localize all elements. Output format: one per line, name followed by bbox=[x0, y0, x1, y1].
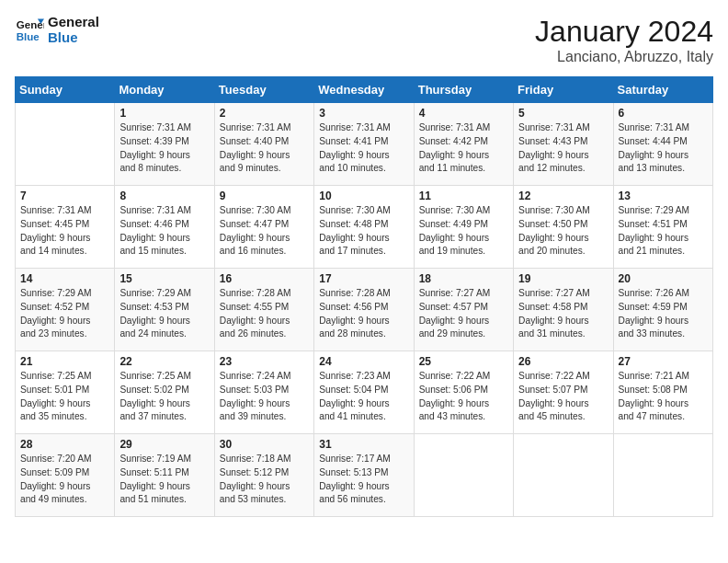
day-number: 8 bbox=[119, 190, 209, 202]
week-row-4: 21Sunrise: 7:25 AM Sunset: 5:01 PM Dayli… bbox=[16, 351, 713, 434]
day-cell bbox=[414, 434, 513, 517]
day-cell: 22Sunrise: 7:25 AM Sunset: 5:02 PM Dayli… bbox=[115, 351, 214, 434]
col-header-tuesday: Tuesday bbox=[214, 77, 313, 103]
day-info: Sunrise: 7:27 AM Sunset: 4:58 PM Dayligh… bbox=[518, 287, 608, 341]
day-number: 9 bbox=[220, 190, 309, 202]
week-row-1: 1Sunrise: 7:31 AM Sunset: 4:39 PM Daylig… bbox=[16, 103, 713, 186]
day-number: 26 bbox=[518, 355, 608, 368]
day-info: Sunrise: 7:31 AM Sunset: 4:45 PM Dayligh… bbox=[20, 204, 109, 259]
logo-text-line1: General bbox=[48, 15, 99, 30]
logo-text-line2: Blue bbox=[48, 30, 99, 46]
day-cell: 19Sunrise: 7:27 AM Sunset: 4:58 PM Dayli… bbox=[514, 269, 613, 351]
day-info: Sunrise: 7:22 AM Sunset: 5:06 PM Dayligh… bbox=[419, 370, 508, 424]
day-number: 28 bbox=[20, 438, 109, 451]
day-number: 16 bbox=[220, 272, 309, 285]
day-info: Sunrise: 7:27 AM Sunset: 4:57 PM Dayligh… bbox=[419, 287, 508, 341]
day-info: Sunrise: 7:29 AM Sunset: 4:51 PM Dayligh… bbox=[619, 204, 708, 259]
calendar-table: SundayMondayTuesdayWednesdayThursdayFrid… bbox=[15, 76, 713, 517]
day-number: 3 bbox=[319, 107, 408, 120]
day-cell bbox=[514, 434, 613, 517]
day-info: Sunrise: 7:28 AM Sunset: 4:56 PM Dayligh… bbox=[319, 287, 408, 341]
day-number: 18 bbox=[419, 272, 508, 285]
day-cell: 26Sunrise: 7:22 AM Sunset: 5:07 PM Dayli… bbox=[514, 351, 613, 434]
day-cell: 13Sunrise: 7:29 AM Sunset: 4:51 PM Dayli… bbox=[613, 186, 712, 269]
day-info: Sunrise: 7:31 AM Sunset: 4:44 PM Dayligh… bbox=[619, 121, 708, 176]
day-number: 13 bbox=[619, 190, 708, 202]
day-cell: 16Sunrise: 7:28 AM Sunset: 4:55 PM Dayli… bbox=[214, 269, 313, 351]
week-row-3: 14Sunrise: 7:29 AM Sunset: 4:52 PM Dayli… bbox=[16, 269, 713, 351]
day-cell: 15Sunrise: 7:29 AM Sunset: 4:53 PM Dayli… bbox=[115, 269, 214, 351]
week-row-5: 28Sunrise: 7:20 AM Sunset: 5:09 PM Dayli… bbox=[16, 434, 713, 517]
day-info: Sunrise: 7:25 AM Sunset: 5:02 PM Dayligh… bbox=[119, 370, 209, 424]
day-number: 10 bbox=[319, 190, 408, 202]
day-number: 6 bbox=[619, 107, 708, 120]
logo-icon: General Blue bbox=[15, 16, 44, 45]
week-row-2: 7Sunrise: 7:31 AM Sunset: 4:45 PM Daylig… bbox=[16, 186, 713, 269]
day-info: Sunrise: 7:31 AM Sunset: 4:41 PM Dayligh… bbox=[319, 121, 408, 176]
day-info: Sunrise: 7:30 AM Sunset: 4:50 PM Dayligh… bbox=[518, 204, 608, 259]
day-number: 12 bbox=[518, 190, 608, 202]
calendar-header: SundayMondayTuesdayWednesdayThursdayFrid… bbox=[16, 77, 713, 103]
day-info: Sunrise: 7:20 AM Sunset: 5:09 PM Dayligh… bbox=[20, 453, 109, 507]
col-header-wednesday: Wednesday bbox=[314, 77, 414, 103]
day-cell: 4Sunrise: 7:31 AM Sunset: 4:42 PM Daylig… bbox=[414, 103, 513, 186]
day-cell: 3Sunrise: 7:31 AM Sunset: 4:41 PM Daylig… bbox=[314, 103, 414, 186]
day-info: Sunrise: 7:31 AM Sunset: 4:40 PM Dayligh… bbox=[220, 121, 309, 176]
day-info: Sunrise: 7:30 AM Sunset: 4:48 PM Dayligh… bbox=[319, 204, 408, 259]
logo: General Blue General Blue bbox=[15, 15, 99, 45]
day-number: 19 bbox=[518, 272, 608, 285]
day-number: 5 bbox=[518, 107, 608, 120]
day-info: Sunrise: 7:30 AM Sunset: 4:49 PM Dayligh… bbox=[419, 204, 508, 259]
day-info: Sunrise: 7:29 AM Sunset: 4:52 PM Dayligh… bbox=[20, 287, 109, 341]
day-cell: 11Sunrise: 7:30 AM Sunset: 4:49 PM Dayli… bbox=[414, 186, 513, 269]
day-cell: 30Sunrise: 7:18 AM Sunset: 5:12 PM Dayli… bbox=[214, 434, 313, 517]
day-cell: 2Sunrise: 7:31 AM Sunset: 4:40 PM Daylig… bbox=[214, 103, 313, 186]
day-info: Sunrise: 7:28 AM Sunset: 4:55 PM Dayligh… bbox=[220, 287, 309, 341]
day-number: 4 bbox=[419, 107, 508, 120]
col-header-thursday: Thursday bbox=[414, 77, 513, 103]
day-number: 20 bbox=[619, 272, 708, 285]
day-cell: 24Sunrise: 7:23 AM Sunset: 5:04 PM Dayli… bbox=[314, 351, 414, 434]
day-cell: 12Sunrise: 7:30 AM Sunset: 4:50 PM Dayli… bbox=[514, 186, 613, 269]
day-info: Sunrise: 7:30 AM Sunset: 4:47 PM Dayligh… bbox=[220, 204, 309, 259]
day-number: 29 bbox=[119, 438, 209, 451]
day-number: 1 bbox=[119, 107, 209, 120]
col-header-monday: Monday bbox=[115, 77, 214, 103]
day-number: 25 bbox=[419, 355, 508, 368]
day-number: 7 bbox=[20, 190, 109, 202]
day-info: Sunrise: 7:17 AM Sunset: 5:13 PM Dayligh… bbox=[319, 453, 408, 507]
day-cell bbox=[16, 103, 115, 186]
day-cell: 25Sunrise: 7:22 AM Sunset: 5:06 PM Dayli… bbox=[414, 351, 513, 434]
day-cell: 17Sunrise: 7:28 AM Sunset: 4:56 PM Dayli… bbox=[314, 269, 414, 351]
day-cell: 28Sunrise: 7:20 AM Sunset: 5:09 PM Dayli… bbox=[16, 434, 115, 517]
day-cell: 7Sunrise: 7:31 AM Sunset: 4:45 PM Daylig… bbox=[16, 186, 115, 269]
day-cell: 20Sunrise: 7:26 AM Sunset: 4:59 PM Dayli… bbox=[613, 269, 712, 351]
day-info: Sunrise: 7:31 AM Sunset: 4:39 PM Dayligh… bbox=[119, 121, 209, 176]
day-info: Sunrise: 7:31 AM Sunset: 4:43 PM Dayligh… bbox=[518, 121, 608, 176]
day-info: Sunrise: 7:21 AM Sunset: 5:08 PM Dayligh… bbox=[619, 370, 708, 424]
day-cell: 14Sunrise: 7:29 AM Sunset: 4:52 PM Dayli… bbox=[16, 269, 115, 351]
day-info: Sunrise: 7:26 AM Sunset: 4:59 PM Dayligh… bbox=[619, 287, 708, 341]
day-number: 17 bbox=[319, 272, 408, 285]
col-header-sunday: Sunday bbox=[16, 77, 115, 103]
day-info: Sunrise: 7:24 AM Sunset: 5:03 PM Dayligh… bbox=[220, 370, 309, 424]
day-number: 2 bbox=[220, 107, 309, 120]
day-cell: 5Sunrise: 7:31 AM Sunset: 4:43 PM Daylig… bbox=[514, 103, 613, 186]
day-number: 24 bbox=[319, 355, 408, 368]
day-info: Sunrise: 7:23 AM Sunset: 5:04 PM Dayligh… bbox=[319, 370, 408, 424]
day-cell: 1Sunrise: 7:31 AM Sunset: 4:39 PM Daylig… bbox=[115, 103, 214, 186]
day-cell: 29Sunrise: 7:19 AM Sunset: 5:11 PM Dayli… bbox=[115, 434, 214, 517]
day-cell: 23Sunrise: 7:24 AM Sunset: 5:03 PM Dayli… bbox=[214, 351, 313, 434]
day-info: Sunrise: 7:19 AM Sunset: 5:11 PM Dayligh… bbox=[119, 453, 209, 507]
day-cell: 31Sunrise: 7:17 AM Sunset: 5:13 PM Dayli… bbox=[314, 434, 414, 517]
day-info: Sunrise: 7:18 AM Sunset: 5:12 PM Dayligh… bbox=[220, 453, 309, 507]
svg-text:Blue: Blue bbox=[17, 30, 40, 41]
day-info: Sunrise: 7:25 AM Sunset: 5:01 PM Dayligh… bbox=[20, 370, 109, 424]
day-cell: 21Sunrise: 7:25 AM Sunset: 5:01 PM Dayli… bbox=[16, 351, 115, 434]
day-cell: 10Sunrise: 7:30 AM Sunset: 4:48 PM Dayli… bbox=[314, 186, 414, 269]
col-header-friday: Friday bbox=[514, 77, 613, 103]
day-cell: 27Sunrise: 7:21 AM Sunset: 5:08 PM Dayli… bbox=[613, 351, 712, 434]
day-cell: 6Sunrise: 7:31 AM Sunset: 4:44 PM Daylig… bbox=[613, 103, 712, 186]
location-title: Lanciano, Abruzzo, Italy bbox=[535, 49, 713, 65]
day-number: 21 bbox=[20, 355, 109, 368]
